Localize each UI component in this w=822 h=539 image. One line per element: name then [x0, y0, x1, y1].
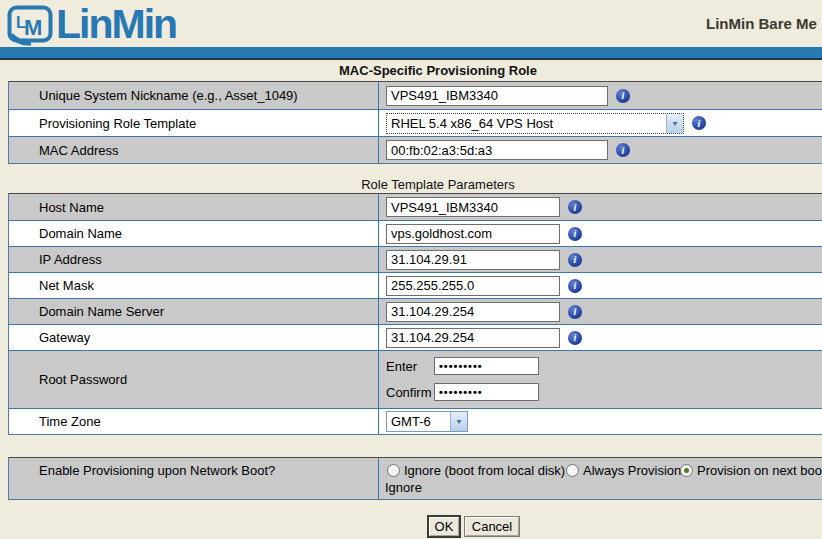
table-row: Domain Name	[9, 220, 822, 246]
root-password-label: Root Password	[39, 351, 127, 408]
info-icon[interactable]	[616, 89, 630, 103]
table-row: Unique System Nickname (e.g., Asset_1049…	[9, 82, 822, 109]
mac-provisioning-table: Unique System Nickname (e.g., Asset_1049…	[8, 81, 822, 164]
radio-ignore-label[interactable]: Ignore (boot from local disk)	[404, 463, 565, 478]
column-divider	[378, 458, 379, 499]
provisioning-role-template-select[interactable]: RHEL 5.4 x86_64 VPS Host	[386, 113, 684, 134]
boot-status-text: Ignore	[385, 480, 422, 495]
info-icon[interactable]	[568, 253, 582, 267]
info-icon[interactable]	[568, 279, 582, 293]
password-enter-label: Enter	[386, 359, 434, 374]
nickname-input[interactable]	[386, 86, 608, 106]
chevron-down-icon[interactable]	[450, 412, 467, 431]
network-boot-table: Enable Provisioning upon Network Boot? I…	[8, 457, 822, 500]
info-icon[interactable]	[568, 305, 582, 319]
linmin-logo-icon: L M	[7, 5, 53, 46]
info-icon[interactable]	[568, 200, 582, 214]
cancel-button[interactable]: Cancel	[464, 516, 520, 537]
info-icon[interactable]	[692, 116, 706, 130]
info-icon[interactable]	[616, 143, 630, 157]
table-row: Gateway	[9, 324, 822, 350]
table-row: Host Name	[9, 194, 822, 220]
table-row: Time Zone GMT-6	[9, 408, 822, 434]
selected-time-zone: GMT-6	[387, 414, 450, 429]
role-template-parameters-table: Host Name Domain Name IP Address Net Mas…	[8, 193, 822, 435]
root-password-confirm-field[interactable]	[434, 383, 539, 401]
linmin-provisioning-page: L M LinMin LinMin Bare Me MAC-Specific P…	[0, 0, 822, 539]
radio-provision-next-boot[interactable]	[680, 464, 693, 477]
table-row: MAC Address	[9, 136, 822, 163]
domain-name-input[interactable]	[386, 224, 560, 244]
linmin-logo: L M LinMin	[7, 3, 176, 46]
radio-always-provision[interactable]	[566, 464, 579, 477]
info-icon[interactable]	[568, 331, 582, 345]
chevron-down-icon[interactable]	[666, 114, 683, 133]
header-accent-bar	[0, 47, 822, 60]
section-title-mac-specific: MAC-Specific Provisioning Role	[8, 63, 822, 78]
info-icon[interactable]	[568, 227, 582, 241]
table-row: Net Mask	[9, 272, 822, 298]
role-template-label: Provisioning Role Template	[39, 110, 196, 136]
radio-provision-next-boot-label[interactable]: Provision on next boot	[697, 463, 822, 478]
time-zone-select[interactable]: GMT-6	[386, 411, 468, 432]
page-title: LinMin Bare Me	[706, 15, 817, 32]
nickname-label: Unique System Nickname (e.g., Asset_1049…	[39, 82, 298, 109]
mac-address-input[interactable]	[386, 140, 608, 160]
svg-text:M: M	[24, 15, 42, 40]
table-row: IP Address	[9, 246, 822, 272]
net-mask-input[interactable]	[386, 276, 560, 296]
column-divider	[378, 194, 379, 434]
dns-label: Domain Name Server	[39, 299, 164, 324]
table-row: Root Password Enter Confirm	[9, 350, 822, 408]
password-confirm-label: Confirm	[386, 385, 434, 400]
domain-name-label: Domain Name	[39, 221, 122, 246]
ip-address-input[interactable]	[386, 250, 560, 270]
selected-role-template: RHEL 5.4 x86_64 VPS Host	[387, 116, 666, 131]
table-row: Domain Name Server	[9, 298, 822, 324]
time-zone-label: Time Zone	[39, 409, 101, 434]
table-row: Provisioning Role Template RHEL 5.4 x86_…	[9, 109, 822, 136]
ip-address-label: IP Address	[39, 247, 102, 272]
logo-wordmark: LinMin	[56, 3, 176, 45]
gateway-label: Gateway	[39, 325, 90, 350]
host-name-label: Host Name	[39, 194, 104, 220]
radio-always-provision-label[interactable]: Always Provision	[583, 463, 681, 478]
section-title-role-template-parameters: Role Template Parameters	[8, 177, 822, 192]
column-divider	[378, 82, 379, 163]
net-mask-label: Net Mask	[39, 273, 94, 298]
ok-button[interactable]: OK	[428, 516, 460, 537]
mac-address-label: MAC Address	[39, 137, 118, 163]
enable-provisioning-label: Enable Provisioning upon Network Boot?	[39, 458, 275, 499]
root-password-enter-field[interactable]	[434, 357, 539, 375]
host-name-input[interactable]	[386, 197, 560, 217]
dns-input[interactable]	[386, 302, 560, 322]
gateway-input[interactable]	[386, 328, 560, 348]
radio-ignore[interactable]	[387, 464, 400, 477]
table-row: Enable Provisioning upon Network Boot? I…	[9, 458, 822, 499]
radio-selected-dot	[684, 468, 689, 473]
